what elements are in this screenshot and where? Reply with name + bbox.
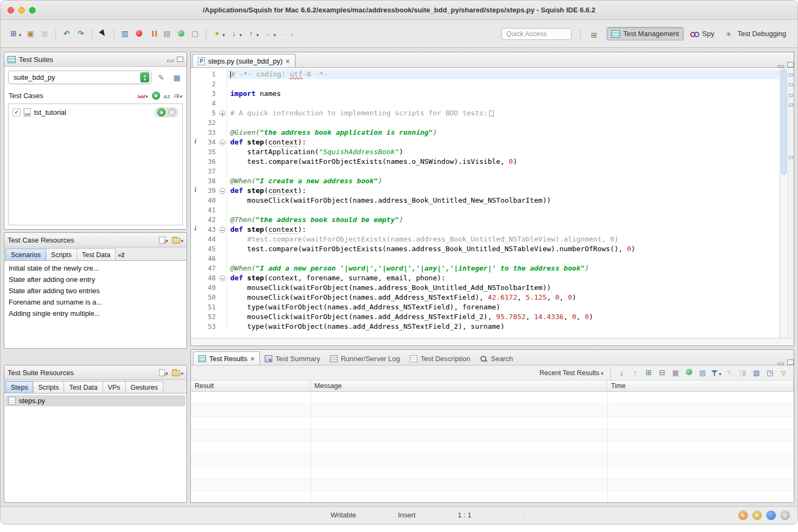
run-test-suite-button[interactable] [152, 92, 160, 100]
code-line[interactable]: 5+# A quick introduction to implementing… [191, 108, 780, 118]
close-tab-icon[interactable] [286, 57, 290, 65]
tab-test-data[interactable]: Test Data [64, 381, 103, 393]
minimize-window-button[interactable] [18, 7, 25, 13]
export-results-button[interactable] [764, 367, 776, 378]
line-number[interactable]: 5 [200, 108, 218, 118]
code-line[interactable]: 4 [191, 99, 780, 108]
expand-fold-icon[interactable]: + [219, 110, 225, 116]
code-text[interactable]: def step(context): [227, 225, 780, 234]
editor-tab-steps-py[interactable]: steps.py (suite_bdd_py) [192, 54, 295, 67]
new-bdd-test-case-button[interactable] [138, 91, 148, 100]
next-failure-button[interactable] [616, 367, 628, 378]
new-test-case-button[interactable] [7, 27, 23, 41]
code-text[interactable]: startApplication("SquishAddressBook") [227, 147, 780, 157]
code-text[interactable]: # A quick introduction to implementing s… [227, 108, 780, 118]
save-button[interactable] [38, 27, 51, 41]
perspective-test-debugging[interactable]: Test Debugging [721, 27, 791, 40]
expand-all-button[interactable] [643, 367, 655, 378]
file-item[interactable]: steps.py [5, 395, 185, 406]
offline-status-icon[interactable]: ⊘ [780, 510, 790, 520]
line-number[interactable]: 49 [200, 283, 218, 293]
line-number[interactable]: 32 [200, 118, 218, 128]
code-line[interactable]: 53 type(waitForObject(names.add_Address_… [191, 322, 780, 331]
code-line[interactable]: 42@Then("the address book should be empt… [191, 215, 780, 225]
tab-vps[interactable]: VPs [102, 381, 126, 393]
server-log-button[interactable] [161, 27, 174, 41]
line-number[interactable]: 3 [200, 89, 218, 99]
ruler-marker[interactable] [789, 94, 793, 97]
line-number[interactable]: 39 [200, 186, 218, 196]
open-perspective-button[interactable] [589, 27, 601, 41]
maximize-editor-button[interactable] [787, 62, 794, 67]
tab-runner-server-log[interactable]: Runner/Server Log [325, 352, 405, 365]
code-line[interactable]: 40 mouseClick(waitForObject(names.addres… [191, 196, 780, 205]
line-number[interactable]: 42 [200, 215, 218, 225]
ruler-marker[interactable] [789, 156, 793, 159]
code-line[interactable]: 48−def step(context, forename, surname, … [191, 273, 780, 283]
line-number[interactable]: 52 [200, 312, 218, 322]
compare-button[interactable] [737, 367, 749, 378]
code-line[interactable]: 45 test.compare(waitForObjectExists(name… [191, 244, 780, 254]
quickstart-wizard-button[interactable] [211, 27, 227, 41]
minimize-panel-button[interactable] [778, 363, 784, 365]
code-line[interactable]: 47@When("I add a new person '|word|','|w… [191, 264, 780, 273]
line-number[interactable]: 46 [200, 254, 218, 264]
line-number[interactable]: 40 [200, 196, 218, 205]
ruler-marker[interactable] [789, 73, 793, 77]
code-text[interactable]: #test.compare(waitForObjectExists(names.… [227, 234, 780, 244]
launch-aut-button[interactable] [175, 27, 188, 41]
line-number[interactable]: 38 [200, 176, 218, 186]
line-number[interactable]: 44 [200, 234, 218, 244]
view-menu-button[interactable] [778, 367, 789, 378]
tab-test-data[interactable]: Test Data [77, 248, 116, 260]
line-number[interactable]: 45 [200, 244, 218, 254]
recent-test-results-dropdown[interactable]: Recent Test Results [540, 369, 603, 377]
sort-test-cases-button[interactable] [164, 91, 170, 100]
collapse-fold-icon[interactable]: − [219, 140, 225, 146]
code-text[interactable]: type(waitForObject(names.add_Address_NST… [227, 322, 780, 331]
code-text[interactable]: def step(context): [227, 137, 780, 147]
maximize-panel-button[interactable] [787, 360, 794, 365]
collapse-fold-icon[interactable]: − [219, 188, 225, 194]
line-number[interactable]: 33 [200, 128, 218, 137]
code-text[interactable]: @Given("the address book application is … [227, 128, 780, 137]
show-console-button[interactable] [119, 27, 132, 41]
web-report-button[interactable] [683, 367, 695, 378]
code-text[interactable]: def step(context, forename, surname, ema… [227, 273, 780, 283]
collapse-all-button[interactable] [656, 367, 668, 378]
scenario-item[interactable]: State after adding two entries [5, 285, 185, 296]
new-folder-button[interactable] [172, 236, 183, 244]
code-line[interactable]: 32 [191, 118, 780, 128]
scenario-item[interactable]: Initial state of the newly cre... [5, 262, 185, 274]
quick-access-input[interactable] [501, 28, 572, 40]
pick-object-button[interactable] [97, 27, 109, 41]
code-line[interactable]: 46 [191, 254, 780, 264]
info-marker-icon[interactable]: i [191, 137, 200, 147]
line-number[interactable]: 48 [200, 273, 218, 283]
ruler-marker[interactable] [789, 83, 793, 86]
code-line[interactable]: 2 [191, 79, 780, 89]
maximize-view-button[interactable] [177, 57, 183, 62]
tab-test-results[interactable]: Test Results [193, 351, 260, 365]
close-window-button[interactable] [8, 7, 14, 13]
code-text[interactable]: test.compare(waitForObjectExists(names.o… [227, 157, 780, 167]
code-text[interactable]: def step(context): [227, 186, 780, 196]
redo-button[interactable] [74, 27, 87, 41]
code-text[interactable] [227, 254, 780, 264]
perspective-test-management[interactable]: Test Management [607, 27, 684, 40]
code-text[interactable]: mouseClick(waitForObject(names.add_Addre… [227, 312, 780, 322]
run-test-case-button[interactable] [157, 108, 166, 116]
code-text[interactable]: mouseClick(waitForObject(names.address_B… [227, 283, 780, 293]
scenario-item[interactable]: State after adding one entry [5, 274, 185, 285]
code-line[interactable]: 3import names [191, 89, 780, 99]
new-resource-button[interactable] [159, 369, 168, 377]
test-case-checkbox[interactable] [12, 108, 20, 116]
annotate-button[interactable] [724, 367, 735, 378]
code-line[interactable]: 44 #test.compare(waitForObjectExists(nam… [191, 234, 780, 244]
suite-selector[interactable]: suite_bdd_py ▲▼ [8, 71, 152, 84]
code-line[interactable]: 52 mouseClick(waitForObject(names.add_Ad… [191, 312, 780, 322]
info-marker-icon[interactable]: i [191, 225, 200, 234]
tab-scripts[interactable]: Scripts [46, 248, 77, 260]
new-resource-button[interactable] [159, 236, 168, 244]
previous-annotation-button[interactable] [245, 27, 261, 41]
